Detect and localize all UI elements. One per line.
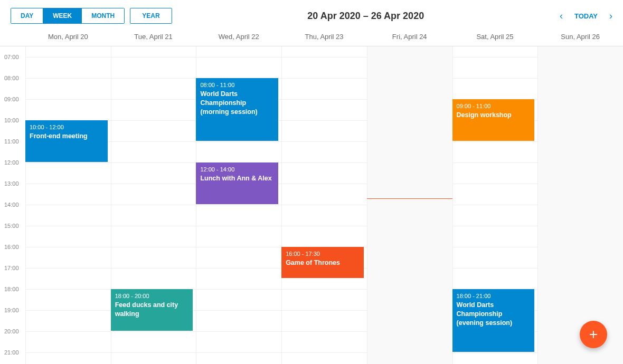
- view-toggle-day[interactable]: DAY: [11, 8, 43, 23]
- day-header: Mon, April 20: [25, 32, 111, 46]
- calendar-event[interactable]: 09:00 - 11:00Design workshop: [452, 99, 535, 141]
- day-header: Thu, April 23: [281, 32, 367, 46]
- event-title: World Darts Championship (morning sessio…: [200, 90, 274, 117]
- today-button[interactable]: TODAY: [574, 12, 598, 20]
- view-toggle-month[interactable]: MONTH: [82, 8, 124, 23]
- day-header: Sat, April 25: [452, 32, 538, 46]
- calendar-event[interactable]: 08:00 - 11:00World Darts Championship (m…: [196, 78, 278, 141]
- now-indicator: [367, 198, 452, 199]
- time-label: 18:00: [0, 286, 25, 292]
- time-label: 20:00: [0, 328, 25, 334]
- next-week-button[interactable]: ›: [609, 11, 612, 22]
- time-label: 12:00: [0, 159, 25, 166]
- event-time: 18:00 - 20:00: [115, 292, 189, 300]
- event-title: World Darts Championship (evening sessio…: [457, 301, 531, 328]
- time-label: 07:00: [0, 54, 25, 60]
- view-toggle-week[interactable]: WEEK: [43, 8, 82, 23]
- grid-surface[interactable]: 10:00 - 12:00Front-end meeting18:00 - 20…: [25, 46, 623, 364]
- add-event-button[interactable]: +: [580, 321, 607, 348]
- event-time: 09:00 - 11:00: [457, 102, 531, 110]
- time-label: 16:00: [0, 244, 25, 250]
- time-label: 08:00: [0, 75, 25, 81]
- time-label: 14:00: [0, 202, 25, 208]
- day-header: Tue, April 21: [111, 32, 196, 46]
- calendar-header: DAY WEEK MONTH YEAR 20 Apr 2020 – 26 Apr…: [0, 0, 623, 32]
- event-time: 12:00 - 14:00: [200, 166, 274, 174]
- event-time: 10:00 - 12:00: [30, 123, 103, 131]
- event-title: Game of Thrones: [286, 258, 360, 267]
- view-toggle-year[interactable]: YEAR: [130, 8, 172, 24]
- time-label: 17:00: [0, 265, 25, 271]
- calendar-grid[interactable]: 07:0008:0009:0010:0011:0012:0013:0014:00…: [0, 46, 623, 364]
- event-title: Feed ducks and city walking: [115, 301, 189, 319]
- event-title: Lunch with Ann & Alex: [200, 174, 274, 183]
- calendar-event[interactable]: 18:00 - 20:00Feed ducks and city walking: [111, 289, 193, 331]
- time-label: 09:00: [0, 96, 25, 102]
- time-gutter-header: [0, 32, 25, 46]
- time-label: 21:00: [0, 349, 25, 356]
- calendar-event[interactable]: 18:00 - 21:00World Darts Championship (e…: [452, 289, 535, 352]
- time-label: 13:00: [0, 180, 25, 187]
- day-header-row: Mon, April 20 Tue, April 21 Wed, April 2…: [0, 32, 623, 46]
- event-title: Front-end meeting: [30, 132, 103, 141]
- prev-week-button[interactable]: ‹: [560, 11, 563, 22]
- event-title: Design workshop: [457, 111, 531, 120]
- time-label: 10:00: [0, 117, 25, 123]
- calendar-event[interactable]: 12:00 - 14:00Lunch with Ann & Alex: [196, 162, 278, 204]
- day-column[interactable]: [25, 46, 111, 364]
- event-time: 18:00 - 21:00: [457, 292, 531, 300]
- day-header: Sun, April 26: [537, 32, 623, 46]
- plus-icon: +: [589, 326, 598, 343]
- date-range-title: 20 Apr 2020 – 26 Apr 2020: [172, 11, 560, 22]
- calendar-event[interactable]: 10:00 - 12:00Front-end meeting: [25, 120, 108, 162]
- time-label: 15:00: [0, 223, 25, 229]
- day-header: Fri, April 24: [367, 32, 452, 46]
- day-column[interactable]: [367, 46, 452, 364]
- event-time: 16:00 - 17:30: [286, 250, 360, 258]
- calendar-event[interactable]: 16:00 - 17:30Game of Thrones: [281, 247, 364, 278]
- day-header: Wed, April 22: [196, 32, 281, 46]
- day-column[interactable]: [537, 46, 623, 364]
- day-column[interactable]: [281, 46, 367, 364]
- time-gutter: 07:0008:0009:0010:0011:0012:0013:0014:00…: [0, 46, 25, 364]
- view-toggle-group: DAY WEEK MONTH: [11, 8, 125, 24]
- nav-controls: ‹ TODAY ›: [560, 11, 612, 22]
- time-label: 11:00: [0, 138, 25, 145]
- event-time: 08:00 - 11:00: [200, 81, 274, 89]
- time-label: 19:00: [0, 307, 25, 313]
